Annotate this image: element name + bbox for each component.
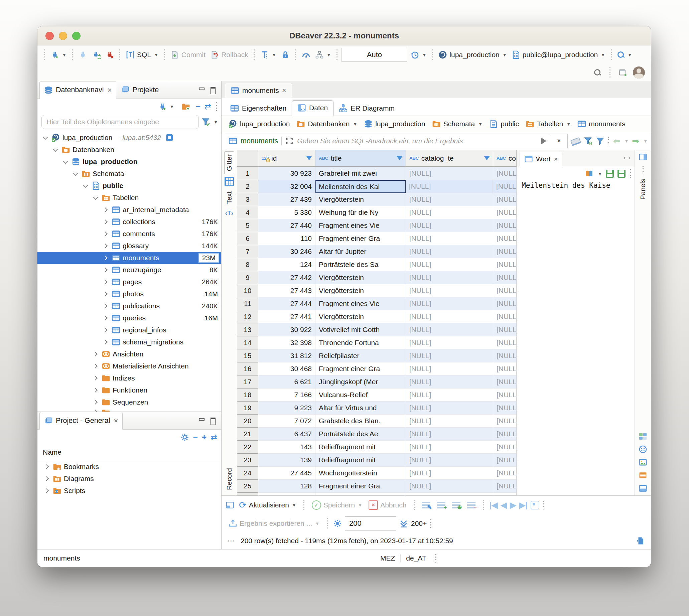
commit-mode-combo[interactable]: Auto [341,48,407,62]
column-header-comm[interactable]: ABCcomm [493,150,517,167]
cell-comment[interactable]: [NULL] [493,284,517,297]
minimize-panel-icon[interactable] [198,417,206,424]
commit-button[interactable]: Commit [169,49,207,60]
row-number-cell[interactable]: 23 [237,454,258,467]
last-row-icon[interactable]: ▶| [519,501,527,509]
expand-chevron-icon[interactable] [102,266,109,273]
breadcrumb-item-lupa-production[interactable]: lupa_production [361,118,428,129]
cell-id[interactable]: 27 441 [258,310,316,323]
cell-catalog-text[interactable]: [NULL] [406,401,493,415]
value-format-icon[interactable] [585,169,594,178]
close-window-button[interactable] [45,32,54,40]
cell-catalog-text[interactable]: [NULL] [406,415,493,427]
row-number-cell[interactable]: 24 [237,467,258,480]
go-to-row-icon[interactable] [531,501,539,509]
export-resultset-button[interactable]: Ergebnis exportieren ... ▼ [227,518,321,529]
tab-value[interactable]: Wert × [520,152,562,167]
maximize-panel-icon[interactable] [209,417,217,424]
tree-item-lupa-production[interactable]: lupa_production- lupa.at:5432 [38,132,221,144]
next-row-icon[interactable]: ▶ [510,501,516,509]
subtab-er-diagramm[interactable]: ER Diagramm [333,101,400,115]
zoom-window-button[interactable] [72,32,81,40]
cell-catalog-text[interactable]: [NULL] [406,323,493,336]
cell-title[interactable]: Meilenstein des Kai [316,180,406,193]
chevron-down-icon[interactable]: ▼ [624,139,628,144]
tree-item-neuzugänge[interactable]: neuzugänge8K [38,264,221,276]
transaction-lock-button[interactable] [279,49,292,60]
preview-panel-icon[interactable] [639,458,647,467]
tree-item-ansichten[interactable]: Ansichten [38,348,221,360]
subtab-daten[interactable]: Daten [292,100,333,116]
cell-comment[interactable]: [NULL] [493,480,517,493]
expand-chevron-icon[interactable] [92,408,99,412]
expand-all-icon[interactable]: + [202,433,207,441]
tree-item-datenbanken[interactable]: Datenbanken [38,144,221,156]
cell-catalog-text[interactable]: [NULL] [406,297,493,310]
cell-title[interactable]: Fragment eines Vie [316,219,406,232]
expand-chevron-icon[interactable] [102,242,109,249]
tree-item-ar-internal-metadata[interactable]: ar_internal_metadata [38,204,221,216]
cell-title[interactable]: Altar für Virtus und [316,401,406,415]
cell-id[interactable]: 139 [258,454,316,467]
chevron-down-icon[interactable]: ▼ [566,122,571,127]
cell-id[interactable]: 30 468 [258,362,316,375]
cell-comment[interactable]: [NULL] [493,232,517,245]
row-number-cell[interactable]: 10 [237,284,258,297]
cell-title[interactable]: Altar für Jupiter [316,245,406,258]
cell-id[interactable]: 27 442 [258,271,316,284]
new-folder-button[interactable] [180,101,192,112]
cell-id[interactable]: 7 166 [258,389,316,401]
tab-grid-presentation[interactable]: Gitter [224,151,234,174]
cell-title[interactable]: Fragment eines Vie [316,297,406,310]
tab-project-general[interactable]: Project - General × [39,412,123,430]
breadcrumb-item-lupa-production[interactable]: lupa_production [225,118,293,129]
cell-comment[interactable]: [NULL] [493,219,517,232]
cell-comment[interactable]: [NULL] [493,467,517,480]
cell-title[interactable]: Viergötterstein [316,193,406,206]
cell-id[interactable]: 30 246 [258,245,316,258]
cell-comment[interactable] [493,493,517,496]
transaction-log-button[interactable]: ▼ [259,49,278,60]
cell-title[interactable]: Porträtstele des Ae [316,427,406,441]
cell-id[interactable]: 32 398 [258,336,316,349]
fetch-more-label[interactable]: 200+ [411,520,427,527]
column-header-catalog-te[interactable]: ABCcatalog_te [406,150,493,167]
collapse-all-icon[interactable]: − [196,103,200,111]
expand-chevron-icon[interactable] [43,475,50,482]
add-row-button[interactable] [435,501,447,509]
tree-item-tabellen[interactable]: Tabellen [38,192,221,204]
cell-catalog-text[interactable]: [NULL] [406,362,493,375]
cell-title[interactable]: Viergötterstein [316,310,406,323]
cell-catalog-text[interactable]: [NULL] [406,427,493,441]
cell-title[interactable]: Wochengötterstein [316,467,406,480]
row-number-cell[interactable]: 20 [237,415,258,427]
link-with-editor-icon[interactable]: ⇄ [211,433,217,441]
cell-comment[interactable]: [NULL] [493,401,517,415]
row-number-cell[interactable]: 12 [237,310,258,323]
disconnect-button[interactable] [104,49,115,60]
tree-item-comments[interactable]: comments176K [38,228,221,240]
cell-id[interactable]: 27 444 [258,297,316,310]
cell-id[interactable]: 30 923 [258,167,316,180]
cell-catalog-text[interactable]: [NULL] [406,284,493,297]
tree-item-funktionen[interactable]: Funktionen [38,384,221,396]
active-schema-selector[interactable]: public@lupa_production▼ [510,49,607,60]
link-with-editor-icon[interactable]: ⇄ [204,103,211,111]
tree-item-monuments[interactable]: monuments23M [38,252,221,264]
minimize-panel-icon[interactable] [623,155,631,163]
editor-tab-monuments[interactable]: monuments × [225,83,292,98]
row-number-cell[interactable]: 25 [237,480,258,493]
record-mode-label[interactable]: Record [224,465,234,493]
tree-item-schemata[interactable]: Schemata [38,168,221,180]
value-panel-content[interactable]: Meilenstein des Kaise [517,179,634,190]
cell-id[interactable]: 27 440 [258,219,316,232]
sql-editor-button[interactable]: SQL▼ [124,49,160,60]
cell-comment[interactable]: [NULL] [493,206,517,219]
collapse-chevron-icon[interactable] [82,182,89,190]
row-number-cell[interactable]: 16 [237,362,258,375]
toggle-panel-icon[interactable] [225,501,234,509]
project-item-scripts[interactable]: Scripts [38,485,221,497]
cell-title[interactable]: Weihung für die Ny [316,206,406,219]
cell-catalog-text[interactable]: [NULL] [406,271,493,284]
expand-chevron-icon[interactable] [102,254,109,262]
